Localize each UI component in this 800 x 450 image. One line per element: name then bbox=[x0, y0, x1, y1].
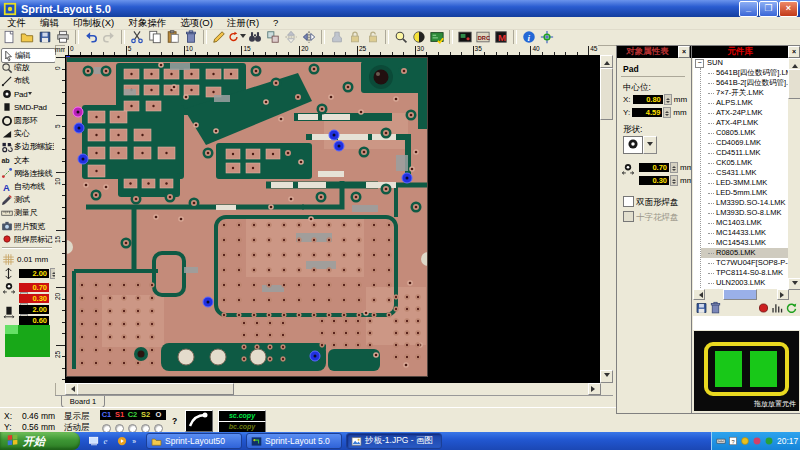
library-item[interactable]: MC14433.LMK bbox=[701, 228, 788, 238]
grid-setting[interactable]: 0.01 mm bbox=[2, 253, 48, 266]
track-width-setting[interactable]: 2.00 bbox=[2, 267, 58, 280]
search-component-button[interactable] bbox=[246, 30, 264, 45]
tool-circle[interactable]: 圆形环 bbox=[1, 114, 54, 127]
flip-horizontal-button[interactable] bbox=[300, 30, 318, 45]
tool-connections[interactable]: 网络连接线 bbox=[1, 167, 54, 180]
taskbar-task-button[interactable]: Sprint-Layout50 bbox=[146, 433, 242, 449]
layer-badge-s2[interactable]: S2 bbox=[139, 410, 152, 420]
layer-badge-s1[interactable]: S1 bbox=[113, 410, 126, 420]
cut-button[interactable] bbox=[128, 30, 146, 45]
library-refresh-button[interactable] bbox=[785, 301, 798, 315]
tool-zone[interactable]: 实心 bbox=[1, 127, 54, 140]
media-player-icon[interactable] bbox=[115, 434, 128, 448]
internet-explorer-icon[interactable]: e bbox=[101, 434, 114, 448]
open-button[interactable] bbox=[18, 30, 36, 45]
library-item[interactable]: LM339D.SO-14.LMK bbox=[701, 198, 788, 208]
tool-solder-mask[interactable]: 阻焊层标记 bbox=[1, 233, 54, 246]
library-item[interactable]: LM393D.SO-8.LMK bbox=[701, 208, 788, 218]
save-button[interactable] bbox=[36, 30, 54, 45]
library-vscroll-thumb[interactable] bbox=[788, 69, 800, 99]
new-button[interactable] bbox=[0, 30, 18, 45]
library-vertical-scrollbar[interactable] bbox=[788, 58, 800, 289]
tool-smd-pad[interactable]: SMD-Pad bbox=[1, 101, 54, 114]
tool-track[interactable]: 布线 bbox=[1, 74, 54, 87]
library-horizontal-scrollbar[interactable] bbox=[693, 289, 788, 299]
library-item[interactable]: 7×7-开关.LMK bbox=[701, 88, 788, 98]
tree-collapse-icon[interactable]: − bbox=[695, 59, 704, 68]
menu-item[interactable]: 选项(O) bbox=[173, 17, 220, 29]
pad-drill-field[interactable]: 0.30mm bbox=[639, 175, 693, 186]
layout-canvas[interactable] bbox=[65, 55, 600, 383]
library-item[interactable]: CD4069.LMK bbox=[701, 138, 788, 148]
lock-button[interactable] bbox=[346, 30, 364, 45]
pad-outer-value[interactable]: 0.70 bbox=[639, 163, 669, 172]
scroll-right-button[interactable] bbox=[588, 383, 601, 395]
color-preview-box[interactable] bbox=[5, 325, 50, 357]
tool-special-form[interactable]: 多边形螺旋桨 bbox=[1, 140, 54, 153]
pad-drill-spinner[interactable] bbox=[670, 175, 678, 186]
delete-button[interactable] bbox=[182, 30, 200, 45]
horizontal-scrollbar[interactable] bbox=[65, 383, 600, 395]
close-button[interactable]: × bbox=[779, 1, 798, 17]
origin-button[interactable] bbox=[538, 30, 556, 45]
library-item[interactable]: LED-3MM.LMK bbox=[701, 178, 788, 188]
component-preview[interactable]: 拖放放置元件 bbox=[694, 331, 799, 411]
vertical-scroll-thumb[interactable] bbox=[600, 68, 613, 120]
scroll-up-button[interactable] bbox=[600, 55, 613, 68]
library-root-node[interactable]: −SUN bbox=[693, 58, 788, 68]
input-method-tray-icon[interactable]: ? bbox=[728, 436, 739, 447]
cross-pad-checkbox[interactable] bbox=[623, 211, 634, 222]
unlock-button[interactable] bbox=[364, 30, 382, 45]
library-delete-button[interactable] bbox=[709, 301, 722, 315]
copy-button[interactable] bbox=[146, 30, 164, 45]
library-item[interactable]: CS431.LMK bbox=[701, 168, 788, 178]
menu-item[interactable]: ? bbox=[266, 17, 285, 29]
tool-test[interactable]: 测试 bbox=[1, 193, 54, 206]
pad-y-spinner[interactable] bbox=[663, 107, 671, 118]
via-marker-magenta[interactable] bbox=[73, 107, 83, 117]
zoom-tool-button[interactable] bbox=[392, 30, 410, 45]
drc-button[interactable]: DRC bbox=[474, 30, 492, 45]
taskbar-task-button[interactable]: 抄板-1.JPG - 画图 bbox=[346, 433, 442, 449]
tool-measure[interactable]: 测量尺 bbox=[1, 206, 54, 219]
library-item[interactable]: CK05.LMK bbox=[701, 158, 788, 168]
pad-outer-spinner[interactable] bbox=[670, 162, 678, 173]
board-check-button[interactable] bbox=[428, 30, 446, 45]
library-item[interactable]: 5641B[四位数码管].LMK bbox=[701, 68, 788, 78]
tool-text[interactable]: ab文本 bbox=[1, 154, 54, 167]
pad-x-field[interactable]: X: 0.80mm bbox=[623, 94, 687, 105]
pad-x-value[interactable]: 0.80 bbox=[633, 95, 663, 104]
layer-help[interactable]: ? bbox=[172, 416, 177, 426]
shape-dropdown-button[interactable] bbox=[643, 136, 657, 154]
contrast-button[interactable] bbox=[410, 30, 428, 45]
library-item[interactable]: MC1403.LMK bbox=[701, 218, 788, 228]
tool-photo-preview[interactable]: 照片预览 bbox=[1, 220, 54, 233]
redo-button[interactable] bbox=[100, 30, 118, 45]
messenger-tray-icon[interactable] bbox=[752, 436, 763, 447]
scroll-down-button[interactable] bbox=[600, 370, 613, 383]
pad-y-value[interactable]: 4.59 bbox=[632, 108, 662, 117]
library-item[interactable]: ULN2003.LMK bbox=[701, 278, 788, 288]
info-button[interactable]: i bbox=[520, 30, 538, 45]
taskbar-task-button[interactable]: Sprint-Layout 5.0 bbox=[246, 433, 342, 449]
tool-pad[interactable]: Pad bbox=[1, 88, 54, 101]
rotate-button[interactable] bbox=[228, 30, 246, 45]
horizontal-scroll-thumb[interactable] bbox=[77, 383, 234, 395]
library-save-button[interactable] bbox=[695, 301, 708, 315]
photo-mode-button[interactable] bbox=[185, 410, 213, 432]
quick-launch-overflow-chevron[interactable]: » bbox=[129, 434, 142, 448]
library-sort-button[interactable] bbox=[771, 301, 784, 315]
menu-item[interactable]: 印制板(X) bbox=[66, 17, 121, 29]
macro-button[interactable]: M bbox=[492, 30, 510, 45]
library-item[interactable]: 5641B-2[四位数码管].LMK bbox=[701, 78, 788, 88]
restore-button[interactable]: ❐ bbox=[759, 1, 778, 17]
library-item[interactable]: LED-5mm.LMK bbox=[701, 188, 788, 198]
layer-badge-o[interactable]: O bbox=[152, 410, 165, 420]
library-item[interactable]: CD4511.LMK bbox=[701, 148, 788, 158]
menu-item[interactable]: 对象操作 bbox=[121, 17, 173, 29]
library-item[interactable]: MC14543.LMK bbox=[701, 238, 788, 248]
library-scroll-down-button[interactable] bbox=[788, 278, 800, 290]
flip-vertical-button[interactable] bbox=[282, 30, 300, 45]
show-desktop-icon[interactable] bbox=[87, 434, 100, 448]
stamp-button[interactable] bbox=[328, 30, 346, 45]
